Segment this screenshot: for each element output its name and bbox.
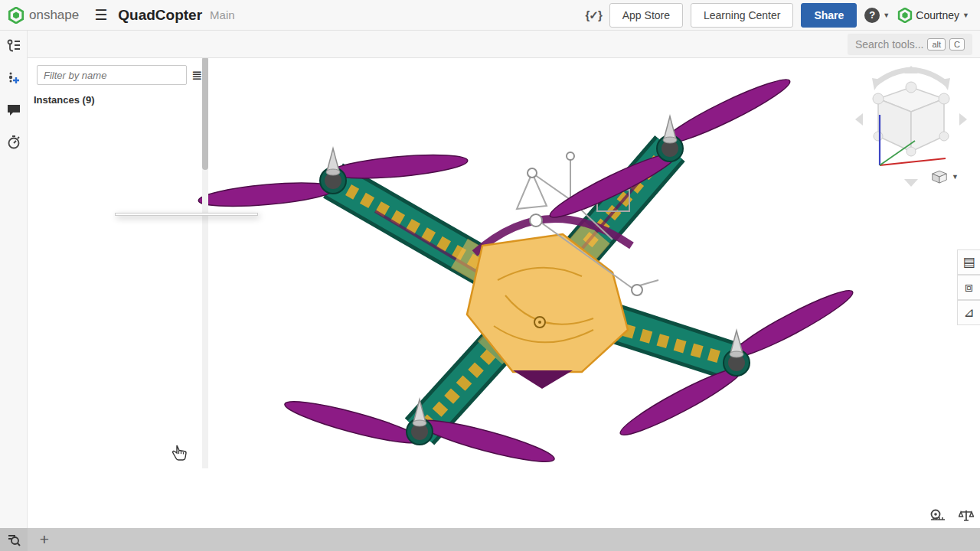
list-view-icon[interactable]: ≣ <box>191 67 202 83</box>
assembly-instance-panel: ≣ Instances (9) <box>28 58 184 528</box>
instances-header: Instances (9) <box>28 90 184 109</box>
cube-grid-panel-icon[interactable]: ⧈ <box>957 275 980 300</box>
user-name: Courtney <box>916 9 959 21</box>
view-options-button[interactable]: ▼ <box>931 168 959 185</box>
measure-icon[interactable] <box>929 509 946 525</box>
chevron-down-icon: ▼ <box>952 173 959 181</box>
top-bar: onshape ☰ QuadCopter Main {✓} App Store … <box>0 0 980 31</box>
user-menu[interactable]: Courtney ▼ <box>897 8 969 23</box>
document-title: QuadCopter <box>118 7 202 24</box>
learning-center-button[interactable]: Learning Center <box>691 3 793 28</box>
rotate-left-arrow <box>855 113 863 126</box>
search-tools-label: Search tools... <box>855 38 924 51</box>
rotate-down-arrow <box>904 179 918 187</box>
mass-properties-icon[interactable] <box>959 509 974 525</box>
chevron-down-icon: ▼ <box>883 11 890 19</box>
search-tabs-icon[interactable] <box>0 528 28 551</box>
panel-scrollbar[interactable] <box>202 55 208 468</box>
bom-table-icon[interactable]: ▤ <box>957 249 980 275</box>
comments-icon[interactable] <box>5 101 23 119</box>
history-timer-icon[interactable] <box>5 133 23 152</box>
assembly-toolbar: Search tools... alt C <box>28 31 980 58</box>
motor-prop-ne <box>544 58 796 240</box>
share-button[interactable]: Share <box>801 3 857 28</box>
onshape-logo[interactable]: onshape <box>0 7 87 24</box>
document-menu-icon[interactable]: ☰ <box>87 6 115 24</box>
user-avatar-icon <box>897 8 913 23</box>
shortcut-key-alt: alt <box>927 38 946 51</box>
search-tools-input[interactable]: Search tools... alt C <box>848 34 972 55</box>
context-menu <box>115 213 258 216</box>
onshape-logo-icon <box>8 7 24 24</box>
versions-history-icon[interactable] <box>5 37 23 55</box>
shortcut-key-c: C <box>949 38 965 51</box>
follow-mode-icon[interactable] <box>5 69 23 87</box>
x-axis <box>880 158 946 165</box>
scrollbar-thumb[interactable] <box>202 57 208 170</box>
left-rail <box>0 31 28 528</box>
help-menu[interactable]: ? ▼ <box>864 8 890 23</box>
add-tab-button[interactable]: + <box>28 528 61 551</box>
motor-prop-sw <box>280 394 560 469</box>
app-store-button[interactable]: App Store <box>609 3 683 28</box>
viewport-tools <box>929 509 974 525</box>
brand-wordmark: onshape <box>29 8 79 23</box>
document-tab-bar: + <box>0 528 980 551</box>
workspace-name[interactable]: Main <box>210 8 235 21</box>
chevron-down-icon: ▼ <box>962 11 969 19</box>
motor-prop-se <box>614 269 859 456</box>
rotate-right-arrow <box>959 113 967 126</box>
filter-input[interactable] <box>37 65 187 85</box>
part-panel-icon[interactable]: ⊿ <box>957 300 980 325</box>
help-icon: ? <box>864 8 880 23</box>
right-panel-buttons: ▤ ⧈ ⊿ <box>957 249 980 325</box>
iso-cube-icon <box>931 168 948 185</box>
dev-api-icon[interactable]: {✓} <box>586 8 602 22</box>
